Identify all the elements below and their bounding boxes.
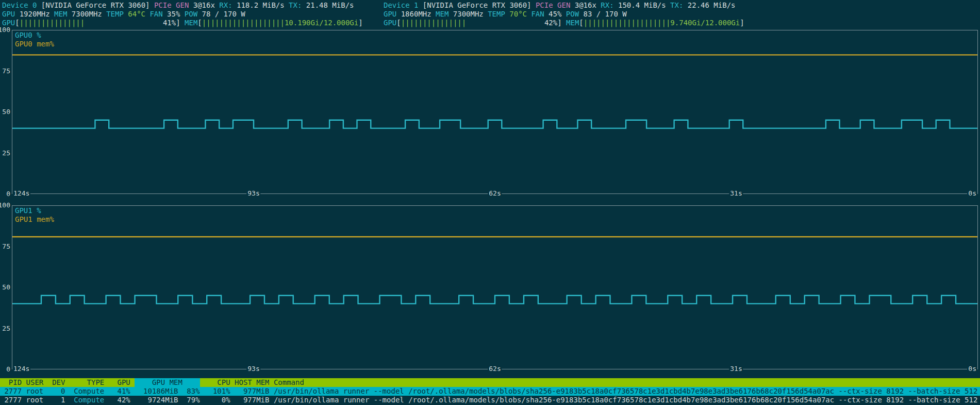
- device-1-usage-bars: GPU[||||||||||||||| 42%] MEM[|||||||||||…: [384, 19, 763, 27]
- gpu-util-value: 41%: [163, 19, 176, 27]
- cell-host-mem: 977MiB: [235, 387, 269, 396]
- y-axis-tick: 75: [2, 243, 10, 250]
- gpu1-x-axis-labels: 124s93s62s31s0s: [12, 365, 977, 373]
- pcie-gen-value: 3@16x: [575, 1, 596, 10]
- power-label: POW: [566, 10, 579, 19]
- gpu1-chart-svg: [12, 206, 977, 369]
- gpu-bar-open-bracket: [: [15, 19, 19, 27]
- y-axis-tick: 0: [6, 190, 10, 198]
- cell-gpu: 42%: [109, 396, 130, 404]
- power-value: 83 / 170 W: [583, 10, 626, 19]
- mem-clock-label: MEM: [436, 10, 449, 19]
- x-axis-tick: 93s: [246, 189, 260, 198]
- mem-bar-label: MEM: [185, 19, 197, 27]
- device-1-stats: Device 1[NVIDIA GeForce RTX 3060]PCIe GE…: [384, 1, 763, 27]
- gpu1-plot-area: GPU1 % GPU1 mem% 124s93s62s31s0s: [12, 205, 978, 369]
- gpu-bar-space: [466, 19, 544, 27]
- mem-usage-value: 10.190Gi/12.000Gi: [285, 19, 358, 27]
- process-table: PID USER DEV TYPE GPU GPU MEM CPU HOST M…: [0, 378, 980, 405]
- device-0-usage-bars: GPU[||||||||||||||| 41%] MEM[|||||||||||…: [2, 19, 381, 27]
- cell-type: Compute: [70, 387, 104, 396]
- rx-value: 118.2 MiB/s: [237, 1, 285, 10]
- mem-bar-open-bracket: [: [197, 19, 202, 27]
- mem-bar-label: MEM: [566, 19, 579, 27]
- gpu-bar-space: [85, 19, 163, 27]
- cell-cpu: 0%: [204, 396, 230, 404]
- cell-user: root: [26, 387, 48, 396]
- gpu-clock-label: GPU: [384, 10, 396, 19]
- mem-clock-label: MEM: [54, 10, 67, 19]
- power-value: 78 / 170 W: [202, 10, 245, 19]
- cell-gpu-mem: 10186MiB: [135, 387, 178, 396]
- mem-bar-open-bracket: [: [579, 19, 583, 27]
- header-command: Command: [274, 378, 980, 387]
- device-label: Device 0: [2, 1, 37, 10]
- device-0-info-line: Device 0[NVIDIA GeForce RTX 3060]PCIe GE…: [2, 1, 381, 10]
- cell-dev: 1: [52, 396, 65, 404]
- gpu-name: [NVIDIA GeForce RTX 3060]: [423, 1, 531, 10]
- pcie-label: PCIe GEN: [536, 1, 570, 10]
- mem-usage-value: 9.740Gi/12.000Gi: [670, 19, 740, 27]
- y-axis-tick: 100: [0, 202, 10, 209]
- gpu-util-value: 42%: [544, 19, 557, 27]
- header-user: USER: [26, 378, 48, 387]
- cell-host-mem: 977MiB: [235, 396, 269, 404]
- gpu0-chart-legend: GPU0 % GPU0 mem%: [15, 31, 54, 48]
- gpu-clock-value: 1920MHz: [20, 10, 50, 19]
- cell-dev: 0: [52, 387, 65, 396]
- cell-gpu: 41%: [109, 387, 130, 396]
- temp-value: 70°C: [509, 10, 527, 19]
- device-stats-header: Device 0[NVIDIA GeForce RTX 3060]PCIe GE…: [2, 1, 980, 28]
- gpu0-plot-area: GPU0 % GPU0 mem% 124s93s62s31s0s: [12, 30, 978, 194]
- header-host-mem: HOST MEM: [235, 378, 269, 387]
- x-axis-tick: 0s: [967, 365, 977, 373]
- temp-label: TEMP: [488, 10, 505, 19]
- fan-value: 35%: [167, 10, 180, 19]
- y-axis-tick: 25: [2, 325, 10, 332]
- cell-gpu-mem-pct: 83%: [182, 387, 200, 396]
- gpu-clock-value: 1860MHz: [401, 10, 431, 19]
- temp-value: 64°C: [128, 10, 145, 19]
- mem-clock-value: 7300MHz: [72, 10, 102, 19]
- x-axis-tick: 31s: [729, 365, 743, 373]
- y-axis-tick: 0: [6, 366, 10, 373]
- tx-value: 22.46 MiB/s: [688, 1, 736, 10]
- fan-label: FAN: [531, 10, 544, 19]
- tx-label: TX:: [670, 1, 683, 10]
- cell-command: /usr/bin/ollama runner --model /root/.ol…: [274, 387, 980, 396]
- mem-clock-value: 7300MHz: [453, 10, 484, 19]
- mem-bar-fill: ||||||||||||||||||||: [584, 19, 671, 27]
- y-axis-tick: 100: [0, 26, 10, 34]
- tx-value: 21.48 MiB/s: [306, 1, 354, 10]
- gpu1-y-axis-labels: 1007550250: [1, 205, 11, 369]
- pcie-label: PCIe GEN: [154, 1, 189, 10]
- cell-type: Compute: [70, 396, 104, 404]
- mem-bar-close-bracket: ]: [358, 19, 362, 27]
- header-dev: DEV: [52, 378, 65, 387]
- x-axis-tick: 124s: [12, 365, 30, 373]
- tx-label: TX:: [289, 1, 302, 10]
- process-row[interactable]: 2777 root 1 Compute 42% 9724MiB 79% 0% 9…: [0, 396, 980, 404]
- temp-label: TEMP: [106, 10, 124, 19]
- cell-command: /usr/bin/ollama runner --model /root/.ol…: [274, 396, 980, 404]
- gpu0-chart-svg: [12, 30, 977, 193]
- device-1-info-line: Device 1[NVIDIA GeForce RTX 3060]PCIe GE…: [384, 1, 763, 10]
- cell-gpu-mem: 9724MiB: [135, 396, 178, 404]
- mem-bar-close-bracket: ]: [740, 19, 744, 27]
- fan-value: 45%: [549, 10, 561, 19]
- x-axis-tick: 62s: [488, 189, 502, 198]
- gpu-clock-label: GPU: [2, 10, 15, 19]
- header-gpu-mem-sort-column[interactable]: GPU MEM: [135, 378, 200, 387]
- legend-gpu1-util: GPU1 %: [15, 206, 54, 215]
- cell-cpu: 101%: [204, 387, 230, 396]
- process-table-header: PID USER DEV TYPE GPU GPU MEM CPU HOST M…: [0, 378, 980, 387]
- gpu0-history-panel: 1007550250 GPU0 % GPU0 mem% 124s93s62s31…: [1, 29, 979, 201]
- process-row-selected[interactable]: 2777 root 0 Compute 41% 10186MiB 83% 101…: [0, 387, 980, 396]
- nvtop-terminal: Device 0[NVIDIA GeForce RTX 3060]PCIe GE…: [0, 0, 980, 405]
- legend-gpu1-mem: GPU1 mem%: [15, 215, 54, 224]
- header-gpu: GPU: [109, 378, 130, 387]
- header-cpu: CPU: [204, 378, 230, 387]
- x-axis-tick: 62s: [488, 365, 502, 373]
- cell-user: root: [26, 396, 48, 404]
- rx-label: RX:: [219, 1, 232, 10]
